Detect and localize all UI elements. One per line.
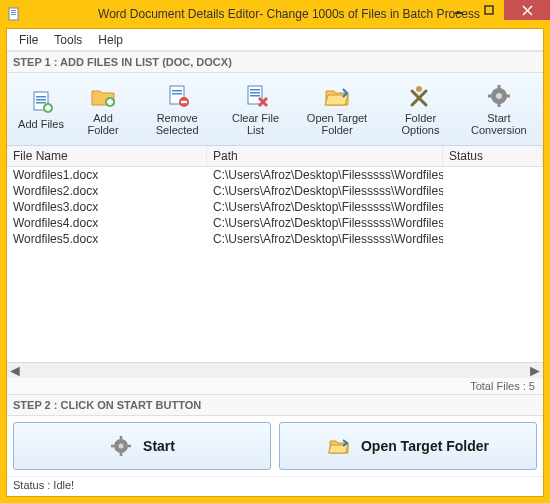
svg-rect-41 [120, 453, 123, 456]
window-controls [444, 0, 550, 20]
svg-rect-14 [45, 107, 51, 110]
step2-label: STEP 2 : CLICK ON START BUTTON [7, 394, 543, 416]
svg-rect-5 [485, 6, 493, 14]
svg-rect-11 [36, 102, 46, 104]
svg-rect-43 [128, 445, 131, 448]
scroll-left-icon[interactable]: ◄ [7, 363, 23, 379]
app-window: Word Document Details Editor- Change 100… [0, 0, 550, 503]
col-header-status[interactable]: Status [443, 146, 543, 166]
minimize-button[interactable] [444, 0, 474, 20]
maximize-button[interactable] [474, 0, 504, 20]
step2-buttons: Start Open Target Folder [7, 416, 543, 476]
menu-file[interactable]: File [11, 31, 46, 49]
add-files-label: Add Files [18, 118, 64, 130]
table-row[interactable]: Wordfiles4.docxC:\Users\Afroz\Desktop\Fi… [7, 215, 543, 231]
horizontal-scrollbar[interactable]: ◄ ► [7, 362, 543, 378]
app-icon [6, 6, 22, 22]
cell-filename: Wordfiles5.docx [7, 231, 207, 247]
svg-rect-2 [11, 12, 16, 13]
svg-rect-17 [107, 101, 113, 104]
start-button[interactable]: Start [13, 422, 271, 470]
open-target-folder-big-label: Open Target Folder [361, 438, 489, 454]
clear-file-list-label: Clear File List [228, 112, 282, 136]
open-target-folder-button[interactable]: Open Target Folder [292, 77, 383, 141]
svg-rect-10 [36, 99, 46, 101]
list-header: File Name Path Status [7, 146, 543, 167]
cell-filename: Wordfiles4.docx [7, 215, 207, 231]
cell-status [443, 231, 543, 247]
svg-rect-34 [497, 85, 500, 89]
folder-open-icon [327, 434, 351, 458]
remove-selected-label: Remove Selected [142, 112, 212, 136]
svg-rect-22 [181, 101, 187, 103]
table-row[interactable]: Wordfiles3.docxC:\Users\Afroz\Desktop\Fi… [7, 199, 543, 215]
file-add-icon [26, 88, 56, 116]
cell-filename: Wordfiles1.docx [7, 167, 207, 183]
svg-rect-26 [250, 95, 260, 97]
cell-path: C:\Users\Afroz\Desktop\Filesssss\Wordfil… [207, 215, 443, 231]
svg-rect-36 [488, 95, 492, 98]
cell-path: C:\Users\Afroz\Desktop\Filesssss\Wordfil… [207, 231, 443, 247]
step1-label: STEP 1 : ADD FILES IN LIST (DOC, DOCX) [7, 51, 543, 73]
gear-icon [484, 82, 514, 110]
total-files-label: Total Files : 5 [7, 378, 543, 394]
gear-icon [109, 434, 133, 458]
cell-status [443, 183, 543, 199]
open-target-folder-label: Open Target Folder [299, 112, 376, 136]
table-row[interactable]: Wordfiles2.docxC:\Users\Afroz\Desktop\Fi… [7, 183, 543, 199]
col-header-filename[interactable]: File Name [7, 146, 207, 166]
cell-path: C:\Users\Afroz\Desktop\Filesssss\Wordfil… [207, 183, 443, 199]
table-row[interactable]: Wordfiles1.docxC:\Users\Afroz\Desktop\Fi… [7, 167, 543, 183]
svg-rect-42 [111, 445, 114, 448]
svg-rect-9 [36, 96, 46, 98]
cell-status [443, 199, 543, 215]
svg-rect-19 [172, 90, 182, 92]
menubar: File Tools Help [7, 29, 543, 51]
scroll-right-icon[interactable]: ► [527, 363, 543, 379]
start-conversion-label: Start Conversion [466, 112, 532, 136]
cell-filename: Wordfiles2.docx [7, 183, 207, 199]
table-row[interactable]: Wordfiles5.docxC:\Users\Afroz\Desktop\Fi… [7, 231, 543, 247]
file-list: File Name Path Status Wordfiles1.docxC:\… [7, 146, 543, 378]
file-remove-icon [162, 82, 192, 110]
svg-rect-24 [250, 89, 260, 91]
svg-rect-35 [497, 103, 500, 107]
clear-file-list-button[interactable]: Clear File List [221, 77, 289, 141]
options-icon [405, 82, 435, 110]
remove-selected-button[interactable]: Remove Selected [135, 77, 219, 141]
open-target-folder-big-button[interactable]: Open Target Folder [279, 422, 537, 470]
svg-rect-37 [506, 95, 510, 98]
cell-path: C:\Users\Afroz\Desktop\Filesssss\Wordfil… [207, 199, 443, 215]
folder-options-label: Folder Options [391, 112, 449, 136]
svg-rect-4 [455, 12, 463, 14]
menu-help[interactable]: Help [90, 31, 131, 49]
add-folder-button[interactable]: Add Folder [73, 77, 133, 141]
cell-path: C:\Users\Afroz\Desktop\Filesssss\Wordfil… [207, 167, 443, 183]
svg-point-39 [119, 444, 124, 449]
close-button[interactable] [504, 0, 550, 20]
add-files-button[interactable]: Add Files [11, 77, 71, 141]
titlebar[interactable]: Word Document Details Editor- Change 100… [0, 0, 550, 28]
menu-tools[interactable]: Tools [46, 31, 90, 49]
svg-rect-25 [250, 92, 260, 94]
cell-status [443, 215, 543, 231]
svg-rect-20 [172, 93, 182, 95]
toolbar: Add Files Add Folder Remove Selected Cle… [7, 73, 543, 146]
svg-rect-3 [11, 14, 16, 15]
list-body[interactable]: Wordfiles1.docxC:\Users\Afroz\Desktop\Fi… [7, 167, 543, 362]
client-area: File Tools Help STEP 1 : ADD FILES IN LI… [6, 28, 544, 497]
folder-open-icon [322, 82, 352, 110]
start-label: Start [143, 438, 175, 454]
cell-status [443, 167, 543, 183]
start-conversion-button[interactable]: Start Conversion [459, 77, 539, 141]
svg-point-31 [416, 86, 422, 92]
add-folder-label: Add Folder [80, 112, 126, 136]
svg-rect-1 [11, 10, 16, 11]
cell-filename: Wordfiles3.docx [7, 199, 207, 215]
folder-add-icon [88, 82, 118, 110]
folder-options-button[interactable]: Folder Options [384, 77, 456, 141]
status-bar: Status : Idle! [7, 476, 543, 496]
col-header-path[interactable]: Path [207, 146, 443, 166]
svg-point-33 [496, 93, 502, 99]
clear-list-icon [241, 82, 271, 110]
